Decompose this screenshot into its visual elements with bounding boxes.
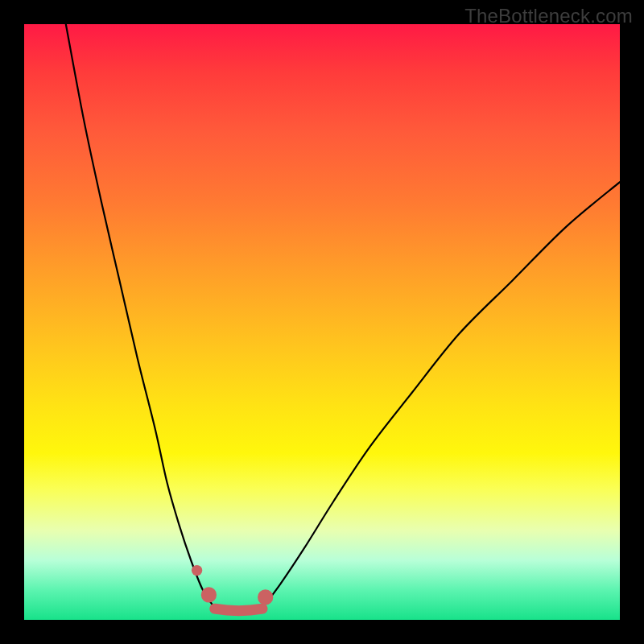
curve-left-arm xyxy=(66,24,215,608)
chart-svg xyxy=(24,24,620,620)
curve-floor xyxy=(215,609,262,611)
marker-right-end xyxy=(258,589,273,605)
outer-frame: TheBottleneck.com xyxy=(0,0,644,644)
markers-group xyxy=(192,565,273,605)
chart-plot-area xyxy=(24,24,620,620)
curve-right-arm xyxy=(262,182,620,608)
marker-floor-dot xyxy=(192,565,202,576)
marker-left-end xyxy=(201,587,217,602)
